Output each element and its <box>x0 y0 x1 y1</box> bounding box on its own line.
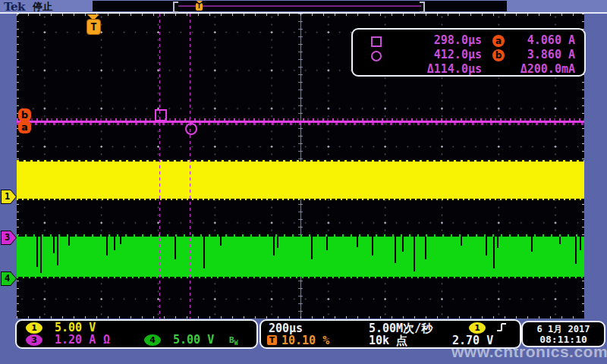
cursor-b-time: 412.0µs <box>397 48 482 61</box>
ch4-low-pulse <box>461 237 462 246</box>
ch4-band <box>17 237 584 277</box>
ch1-position-marker: 1 <box>1 190 17 204</box>
ch4-low-pulse <box>120 237 121 244</box>
ch4-low-pulse <box>36 237 38 267</box>
ch1-waveform-band <box>17 162 584 199</box>
ch4-low-pulse <box>575 237 577 264</box>
bandwidth-limit-icon: BW <box>229 335 237 347</box>
window-bracket-left <box>173 2 178 13</box>
ch4-low-pulse <box>57 237 58 265</box>
ch3-badge: 3 <box>26 334 42 346</box>
ch4-low-pulse <box>486 237 487 256</box>
ch3-position-label: 3 <box>2 231 16 244</box>
ch3-scale: 1.20 A <box>55 333 96 347</box>
ch4-badge: 4 <box>144 334 161 346</box>
circle-cursor-icon <box>371 51 382 61</box>
cursor-a-value: 4.060 A <box>497 33 575 47</box>
ch4-low-pulse <box>68 237 70 246</box>
ch1-badge: 1 <box>26 322 42 334</box>
ch4-low-pulse <box>559 237 561 244</box>
ch4-low-pulse <box>106 237 108 256</box>
cursor-a-time: 298.0µs <box>397 33 482 47</box>
ch4-scale: 5.00 V <box>173 333 214 347</box>
acquisition-window-line <box>178 5 421 7</box>
mini-trigger-t-icon: T <box>196 3 203 11</box>
ch4-low-pulse <box>402 237 404 252</box>
ch4-low-pulse <box>425 237 426 259</box>
cursor-b-vertical-line <box>190 14 190 318</box>
bandwidth-b: B <box>229 335 234 345</box>
ch4-low-pulse <box>531 237 533 252</box>
ch1-position-label: 1 <box>2 190 16 203</box>
watermark-text: www.cntronics.com <box>451 343 607 361</box>
trigger-position-percent: 10.10 % <box>281 334 329 347</box>
trigger-position-marker: T <box>82 14 105 49</box>
cursor-delta-time: Δ114.0µs <box>397 62 482 76</box>
trigger-position-t-icon: T <box>267 335 277 345</box>
ch4-low-pulse <box>493 237 495 268</box>
ch4-low-pulse <box>175 237 176 259</box>
ch4-low-pulse <box>357 237 358 247</box>
ch3-position-marker: 3 <box>1 231 17 245</box>
square-cursor-icon <box>371 36 382 47</box>
acquisition-status: 停止 <box>33 0 52 14</box>
ch4-low-pulse <box>311 237 313 259</box>
cursor-delta-value: Δ200.0mA <box>497 62 575 76</box>
tek-logo: Tek <box>4 0 25 14</box>
ch4-low-pulse <box>372 237 373 256</box>
cursor-b-level-badge: b <box>18 108 31 121</box>
cursor-a-vertical-line <box>159 14 160 318</box>
ch4-low-pulse <box>326 237 328 250</box>
ch4-low-pulse <box>114 237 115 250</box>
cursor-b-circle-marker-icon <box>185 123 197 135</box>
rising-edge-icon <box>496 322 507 336</box>
cursor-a-square-marker-icon <box>155 109 167 121</box>
ch4-low-pulse <box>53 237 55 253</box>
ohm-coupling-symbol: Ω <box>103 333 110 347</box>
ch4-low-pulse <box>203 237 205 268</box>
top-status-strip: Tek 停止 T <box>0 0 607 14</box>
graticule-edge-ticks-bottom <box>17 316 584 318</box>
ch4-position-label: 4 <box>2 272 16 285</box>
cursor-b-value: 3.860 A <box>497 48 575 61</box>
bandwidth-w: W <box>234 340 238 347</box>
channel-scale-readout-box: 1 5.00 V 3 1.20 A Ω 4 5.00 V BW <box>15 319 258 349</box>
ch4-low-pulse <box>220 237 222 246</box>
ch4-low-pulse <box>40 237 42 273</box>
ch4-low-pulse <box>414 237 415 271</box>
trigger-source-badge: 1 <box>469 322 486 334</box>
record-length-readout: 10k 点 <box>369 334 407 348</box>
cursor-readout-box: 298.0µs a 4.060 A 412.0µs b 3.860 A Δ114… <box>351 28 586 77</box>
trigger-t-icon: T <box>86 19 101 35</box>
cursor-a-level-badge: a <box>18 121 31 133</box>
ch4-low-pulse <box>395 237 396 263</box>
window-bracket-right <box>420 2 425 13</box>
ch4-low-pulse <box>277 237 278 248</box>
ch3-trace-noise-lower <box>17 123 584 125</box>
acquisition-preview-bar: T <box>93 1 507 11</box>
ch4-low-pulse <box>273 237 275 256</box>
mini-trigger-position-icon: T <box>196 1 203 11</box>
ch4-position-marker: 4 <box>1 271 17 286</box>
ch4-low-pulse <box>580 237 581 250</box>
ch4-low-pulse <box>497 237 498 248</box>
ch3-waveform-trace <box>17 117 584 126</box>
